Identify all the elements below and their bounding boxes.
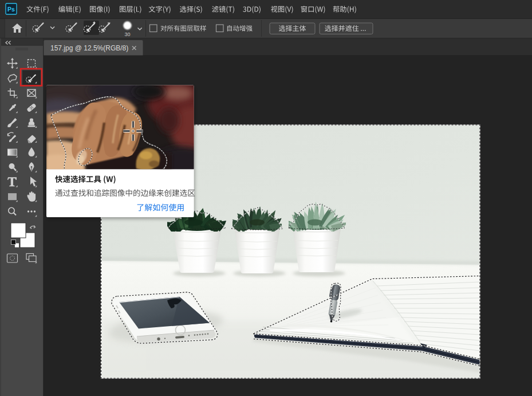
svg-text:157.jpg @ 12.5%(RGB/8): 157.jpg @ 12.5%(RGB/8) [50,44,128,52]
svg-text:Ps: Ps [7,6,15,13]
svg-text:30: 30 [124,32,130,37]
